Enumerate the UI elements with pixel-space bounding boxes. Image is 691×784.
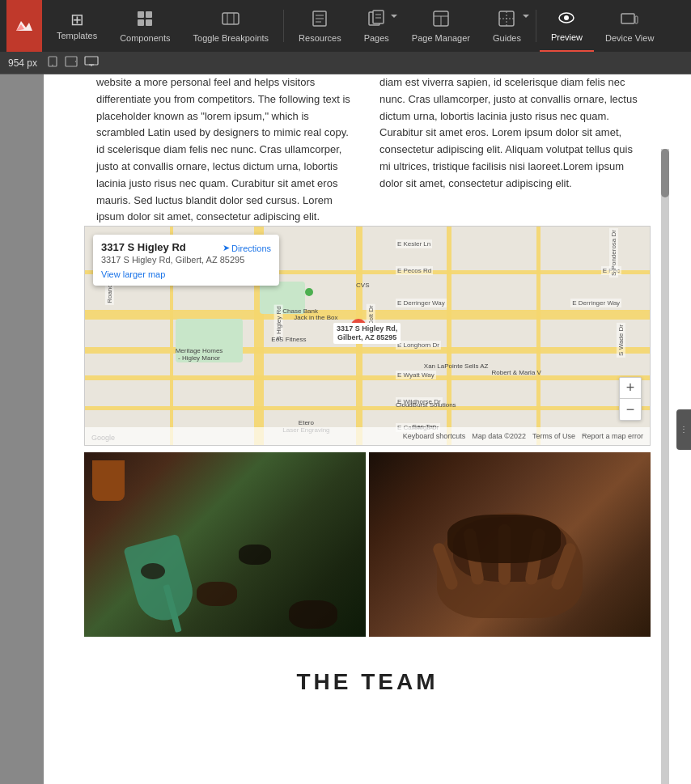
team-section: THE TEAM [44, 637, 691, 711]
photo-right [369, 452, 651, 637]
tablet-icon[interactable] [65, 56, 78, 70]
street-longhorn: E Longhorn Dr [396, 341, 441, 350]
preview-icon [557, 9, 575, 29]
toolbar-item-pages[interactable]: Pages [353, 0, 401, 52]
svg-rect-0 [138, 11, 144, 18]
toolbar-item-device-view[interactable]: Device View [594, 0, 665, 52]
map-popup: 3317 S Higley Rd 3317 S Higley Rd, Gilbe… [93, 235, 279, 286]
street-wade: S Wade Dr [617, 323, 625, 358]
street-pecos-top: E Pecos Rd [396, 266, 433, 275]
toolbar-divider-1 [283, 10, 284, 42]
svg-point-26 [52, 65, 53, 66]
svg-rect-3 [146, 19, 152, 26]
street-wyatt: E Wyatt Way [396, 371, 436, 379]
pages-label: Pages [364, 33, 389, 43]
toolbar-divider-2 [536, 10, 536, 42]
text-right: diam est viverra sapien, id scelerisque … [379, 74, 638, 193]
sidebar-handle-icon: ⋮ [680, 425, 688, 434]
biz-xan: Xan LaPointe Sells AZ [424, 362, 489, 371]
svg-rect-23 [621, 14, 634, 23]
keyboard-shortcuts[interactable]: Keyboard shortcuts [403, 432, 466, 440]
report-error[interactable]: Report a map error [582, 432, 643, 440]
scrollbar-thumb[interactable] [661, 149, 669, 197]
toggle-breakpoints-icon [222, 10, 240, 30]
scoop-head [123, 534, 198, 627]
device-view-label: Device View [605, 33, 654, 43]
svg-rect-4 [223, 13, 239, 24]
road-v3 [447, 227, 451, 445]
templates-label: Templates [57, 31, 97, 40]
guides-icon [498, 10, 515, 30]
cupped-soil [447, 515, 561, 563]
map-data: Map data ©2022 [472, 432, 526, 440]
map-embed: E Kesler Ln E Pecos Rd E Pec E Derringer… [84, 226, 651, 446]
svg-rect-12 [373, 11, 384, 23]
soil-1 [141, 563, 165, 579]
marker-green-1 [305, 288, 313, 296]
sidebar-handle[interactable]: ⋮ [676, 409, 691, 450]
street-ponderosa: S Ponderosa Dr [609, 228, 618, 278]
device-icons [47, 56, 99, 70]
biz-cloudburst: CloudBurst Solutions [396, 401, 456, 409]
toolbar-item-page-manager[interactable]: Page Manager [401, 0, 481, 52]
components-label: Components [120, 33, 170, 43]
toolbar-item-guides[interactable]: Guides [481, 0, 532, 52]
text-section: website a more personal feel and helps v… [44, 74, 691, 226]
toolbar-item-toggle-breakpoints[interactable]: Toggle Breakpoints [182, 0, 281, 52]
svg-point-22 [564, 15, 569, 20]
directions-label: Directions [231, 244, 271, 253]
photo-hands-soil [369, 452, 651, 637]
components-icon [136, 10, 154, 30]
svg-rect-1 [146, 11, 152, 18]
size-value: 954 px [8, 57, 37, 69]
terms-of-use[interactable]: Terms of Use [532, 432, 575, 440]
directions-icon: ➤ [223, 243, 230, 253]
map-zoom-controls: + − [619, 377, 642, 421]
phone-icon[interactable] [47, 56, 58, 70]
resources-label: Resources [299, 33, 341, 43]
text-left: website a more personal feel and helps v… [96, 74, 355, 226]
map-footer: Keyboard shortcuts Map data ©2022 Terms … [85, 427, 650, 445]
size-bar: 954 px [0, 52, 691, 74]
pot [92, 460, 125, 501]
pages-icon [367, 10, 385, 30]
toolbar-item-preview[interactable]: Preview [540, 0, 594, 52]
page-manager-icon [432, 10, 450, 30]
map-background: E Kesler Ln E Pecos Rd E Pec E Derringer… [85, 227, 650, 445]
zoom-out-button[interactable]: − [620, 399, 641, 420]
text-col-right: diam est viverra sapien, id scelerisque … [367, 74, 651, 226]
toolbar-item-components[interactable]: Components [108, 0, 181, 52]
biz-meritage: Meritage Homes- Higley Manor [176, 347, 223, 362]
svg-rect-2 [138, 19, 144, 26]
biz-eos: EōS Fitness [271, 336, 306, 344]
marker-label: 3317 S Higley Rd,Gilbert, AZ 85295 [333, 323, 401, 344]
map-popup-link[interactable]: View larger map [101, 269, 271, 279]
photo-left [84, 452, 366, 637]
resources-icon [311, 10, 329, 30]
photo-soil-scoop [84, 452, 366, 637]
toolbar-item-templates[interactable]: ⊞ Templates [45, 0, 108, 52]
biz-cvs: CVS [356, 282, 369, 290]
page-content: website a more personal feel and helps v… [44, 74, 691, 784]
toolbar-item-resources[interactable]: Resources [287, 0, 353, 52]
team-title: THE TEAM [44, 669, 691, 695]
road-v4 [536, 227, 541, 445]
soil-2 [197, 582, 237, 606]
text-col-left: website a more personal feel and helps v… [84, 74, 367, 226]
zoom-in-button[interactable]: + [620, 378, 641, 399]
app-logo [6, 0, 42, 52]
canvas-area: website a more personal feel and helps v… [0, 74, 691, 784]
guides-label: Guides [493, 33, 521, 43]
map-section: E Kesler Ln E Pecos Rd E Pec E Derringer… [84, 226, 651, 446]
svg-rect-24 [635, 16, 638, 23]
device-view-icon [621, 10, 638, 30]
page-manager-label: Page Manager [412, 33, 470, 43]
soil-4 [289, 600, 337, 629]
svg-rect-29 [85, 57, 98, 65]
photos-section [84, 452, 651, 637]
street-derringer: E Derringer Way [396, 299, 447, 307]
map-popup-addr: 3317 S Higley Rd, Gilbert, AZ 85295 [101, 255, 271, 265]
preview-label: Preview [551, 32, 583, 42]
desktop-icon[interactable] [84, 56, 99, 70]
map-popup-directions[interactable]: ➤ Directions [223, 243, 271, 253]
